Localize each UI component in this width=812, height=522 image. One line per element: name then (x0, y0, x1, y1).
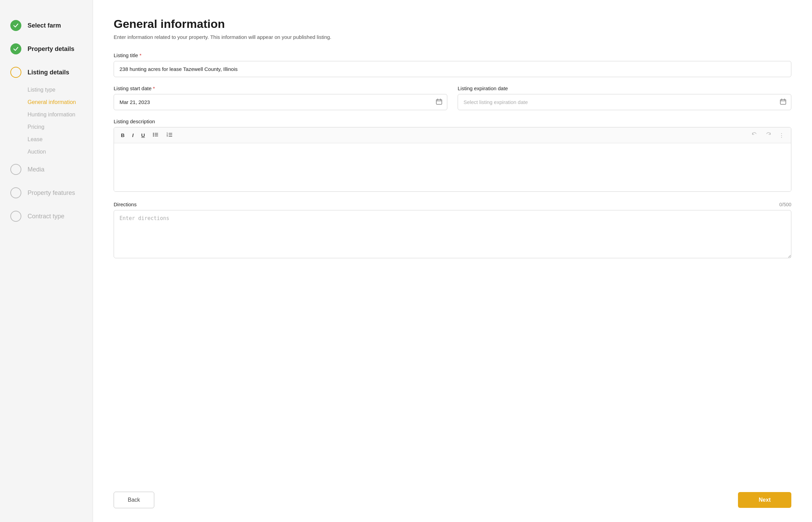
start-date-calendar-icon[interactable] (436, 98, 443, 106)
toolbar-bullet-list-button[interactable] (150, 130, 162, 140)
sidebar: Select farm Property details Listing det… (0, 0, 93, 522)
listing-start-date-input[interactable] (114, 94, 447, 110)
sidebar-item-media[interactable]: Media (0, 158, 93, 181)
listing-expiration-date-input[interactable] (458, 94, 791, 110)
svg-point-4 (153, 136, 154, 137)
editor-toolbar: B I U (114, 127, 791, 143)
sidebar-subitem-hunting-information[interactable]: Hunting information (28, 109, 93, 121)
editor-body[interactable] (114, 143, 791, 191)
sidebar-item-property-details-label: Property details (28, 45, 74, 53)
sidebar-item-property-features-label: Property features (28, 189, 75, 197)
listing-description-group: Listing description B I U (114, 118, 791, 192)
toolbar-ordered-list-button[interactable]: 1. 2. 3. (164, 130, 175, 140)
step-icon-property-features (10, 187, 21, 198)
svg-text:3.: 3. (167, 135, 168, 137)
sidebar-subitem-auction[interactable]: Auction (28, 146, 93, 158)
listing-start-date-label: Listing start date * (114, 85, 447, 91)
next-button[interactable]: Next (738, 492, 791, 508)
back-button[interactable]: Back (114, 492, 154, 508)
step-icon-select-farm (10, 20, 21, 31)
toolbar-redo-button[interactable] (762, 130, 774, 140)
toolbar-underline-button[interactable]: U (138, 131, 148, 139)
page-subtitle: Enter information related to your proper… (114, 34, 791, 40)
svg-point-3 (153, 134, 154, 135)
sidebar-subitem-lease[interactable]: Lease (28, 134, 93, 145)
sidebar-item-property-details[interactable]: Property details (0, 37, 93, 61)
listing-description-label: Listing description (114, 118, 791, 124)
toolbar-bold-button[interactable]: B (118, 131, 127, 139)
directions-label-row: Directions 0/500 (114, 201, 791, 207)
toolbar-italic-button[interactable]: I (129, 131, 136, 139)
sidebar-item-listing-details-label: Listing details (28, 69, 69, 76)
listing-start-date-field: Listing start date * (114, 85, 447, 110)
expiration-date-wrapper (458, 94, 791, 110)
directions-label: Directions (114, 201, 137, 207)
sidebar-subitem-listing-type[interactable]: Listing type (28, 84, 93, 96)
footer: Back Next (114, 492, 791, 508)
start-date-required: * (153, 85, 155, 91)
svg-rect-0 (436, 100, 442, 104)
sidebar-subitems-listing-details: Listing type General information Hunting… (0, 84, 93, 158)
sidebar-item-select-farm-label: Select farm (28, 22, 61, 29)
step-icon-listing-details (10, 67, 21, 78)
directions-group: Directions 0/500 (114, 201, 791, 260)
listing-title-input[interactable] (114, 61, 791, 77)
sidebar-subitem-general-information[interactable]: General information (28, 96, 93, 108)
listing-title-required: * (139, 52, 142, 58)
sidebar-item-select-farm[interactable]: Select farm (0, 14, 93, 37)
sidebar-item-property-features[interactable]: Property features (0, 181, 93, 205)
directions-textarea[interactable] (114, 210, 791, 258)
page-title: General information (114, 17, 791, 31)
sidebar-item-media-label: Media (28, 166, 44, 173)
date-row: Listing start date * List (114, 85, 791, 110)
start-date-wrapper (114, 94, 447, 110)
listing-title-label: Listing title * (114, 52, 791, 58)
step-icon-media (10, 164, 21, 175)
toolbar-more-button[interactable]: ⋮ (776, 131, 787, 140)
listing-expiration-date-label: Listing expiration date (458, 85, 791, 91)
sidebar-subitem-pricing[interactable]: Pricing (28, 121, 93, 133)
main-content: General information Enter information re… (93, 0, 812, 522)
step-icon-contract-type (10, 211, 21, 222)
svg-point-2 (153, 133, 154, 134)
listing-expiration-date-field: Listing expiration date (458, 85, 791, 110)
form-section: General information Enter information re… (114, 17, 791, 479)
listing-title-group: Listing title * (114, 52, 791, 77)
sidebar-item-contract-type-label: Contract type (28, 213, 64, 220)
sidebar-item-contract-type[interactable]: Contract type (0, 205, 93, 228)
step-icon-property-details (10, 43, 21, 54)
expiration-date-calendar-icon[interactable] (780, 98, 787, 106)
toolbar-undo-button[interactable] (749, 130, 760, 140)
directions-counter: 0/500 (779, 202, 791, 207)
svg-rect-1 (780, 100, 786, 104)
sidebar-item-listing-details[interactable]: Listing details (0, 61, 93, 84)
rich-text-editor: B I U (114, 127, 791, 192)
